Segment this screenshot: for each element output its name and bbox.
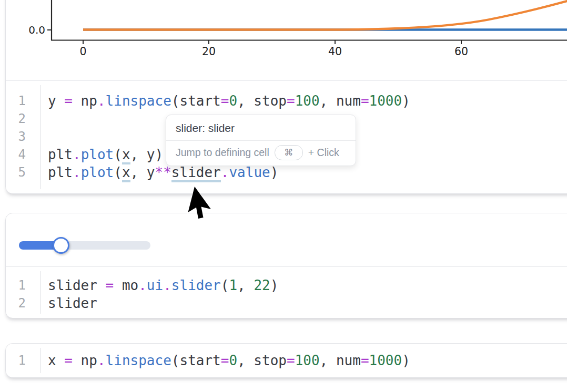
- code-token: value: [229, 164, 270, 180]
- code-token: linspace: [106, 353, 171, 368]
- code-token: 1000: [369, 93, 402, 109]
- notebook-page: 12345 y = np.linspace(start=0, stop=100,…: [0, 0, 567, 392]
- code-token: 100: [295, 353, 320, 368]
- code-line[interactable]: y = np.linspace(start=0, stop=100, num=1…: [48, 92, 410, 110]
- code-token: .: [97, 93, 106, 109]
- code-token: np: [73, 93, 97, 109]
- code-token: plot: [81, 164, 114, 180]
- line-number: 3: [6, 128, 26, 146]
- line-numbers: 1: [6, 348, 40, 373]
- code-token: , num: [320, 353, 361, 368]
- line-number: 1: [6, 92, 26, 110]
- code-token: .: [97, 353, 106, 368]
- code-token: .: [73, 164, 81, 180]
- code-token: =: [361, 353, 369, 368]
- code-token: =: [106, 277, 114, 293]
- code-token: linspace: [106, 93, 171, 109]
- code-line[interactable]: slider: [48, 294, 278, 312]
- code-token: (start: [171, 93, 221, 109]
- code-editor-x[interactable]: 1 x = np.linspace(start=0, stop=100, num…: [6, 344, 567, 377]
- code-token: (: [114, 147, 122, 162]
- code-token: ): [402, 93, 410, 109]
- code-token: =: [287, 93, 295, 109]
- code-token: , num: [320, 93, 361, 109]
- line-number: 2: [6, 110, 26, 128]
- code-lines[interactable]: x = np.linspace(start=0, stop=100, num=1…: [40, 344, 410, 377]
- code-token: , stop: [237, 93, 287, 109]
- notebook-cell-x: 1 x = np.linspace(start=0, stop=100, num…: [5, 343, 567, 378]
- line-number: 1: [6, 276, 26, 294]
- code-token: =: [64, 353, 73, 368]
- code-token: plt: [48, 164, 73, 180]
- code-token: ): [402, 353, 410, 368]
- code-token: 1: [229, 277, 237, 293]
- line-numbers: 12: [6, 271, 40, 314]
- code-token: y: [48, 93, 64, 109]
- code-token: slider: [171, 277, 221, 293]
- code-token: =: [221, 353, 229, 368]
- code-token: np: [73, 353, 97, 368]
- notebook-cell-slider: 12 slider = mo.ui.slider(1, 22)slider: [5, 213, 567, 318]
- code-token: 0: [229, 353, 237, 368]
- code-token: =: [287, 353, 295, 368]
- reactive-variable-token: slider: [171, 164, 221, 182]
- code-token: 22: [254, 277, 270, 293]
- code-token: ui: [147, 277, 163, 293]
- reactive-variable-token: x: [122, 147, 130, 164]
- plot-output-area: [6, 0, 567, 81]
- code-token: (: [114, 164, 122, 180]
- code-token: plt: [48, 147, 73, 162]
- code-token: =: [64, 93, 73, 109]
- code-token: (start: [171, 353, 221, 368]
- reactive-variable-token: x: [122, 164, 130, 182]
- code-token: .: [138, 277, 147, 293]
- code-token: (: [221, 277, 229, 293]
- slider-output-area: [6, 213, 567, 267]
- code-token: mo: [114, 277, 138, 293]
- code-line[interactable]: slider = mo.ui.slider(1, 22): [48, 276, 278, 294]
- tooltip-title: slider: slider: [166, 115, 356, 140]
- code-token: =: [221, 93, 229, 109]
- code-token: .: [73, 147, 81, 162]
- slider-widget[interactable]: [19, 236, 156, 254]
- code-token: ): [270, 164, 279, 180]
- line-numbers: 12345: [6, 85, 40, 189]
- code-lines[interactable]: slider = mo.ui.slider(1, 22)slider: [40, 267, 278, 318]
- line-number: 5: [6, 163, 26, 181]
- line-number: 2: [6, 294, 26, 312]
- slider-thumb-handle[interactable]: [53, 237, 69, 254]
- code-token: .: [221, 164, 229, 180]
- code-token: slider: [48, 277, 106, 293]
- code-token: , y: [130, 164, 155, 180]
- code-line[interactable]: x = np.linspace(start=0, stop=100, num=1…: [48, 352, 410, 369]
- code-token: plot: [81, 147, 114, 162]
- variable-tooltip: slider: slider Jump to defining cell ⌘ +…: [166, 115, 356, 166]
- line-number: 1: [6, 352, 26, 369]
- code-token: , stop: [237, 353, 287, 368]
- code-token: ): [270, 277, 279, 293]
- code-token: 0: [229, 93, 237, 109]
- code-token: 1000: [369, 353, 402, 368]
- line-number: 4: [6, 146, 26, 163]
- tooltip-click-hint: + Click: [308, 147, 339, 159]
- code-token: 100: [295, 93, 320, 109]
- command-key-icon: ⌘: [275, 145, 303, 160]
- code-token: slider: [48, 295, 97, 311]
- code-editor-slider[interactable]: 12 slider = mo.ui.slider(1, 22)slider: [6, 267, 567, 318]
- code-token: =: [361, 93, 369, 109]
- jump-to-defining-cell-link[interactable]: Jump to defining cell: [176, 147, 269, 159]
- code-line[interactable]: plt.plot(x, y**slider.value): [48, 163, 410, 181]
- code-token: **: [155, 164, 171, 180]
- code-token: , y): [130, 147, 164, 162]
- code-token: ,: [237, 277, 254, 293]
- code-token: x: [48, 353, 64, 368]
- code-token: .: [163, 277, 171, 293]
